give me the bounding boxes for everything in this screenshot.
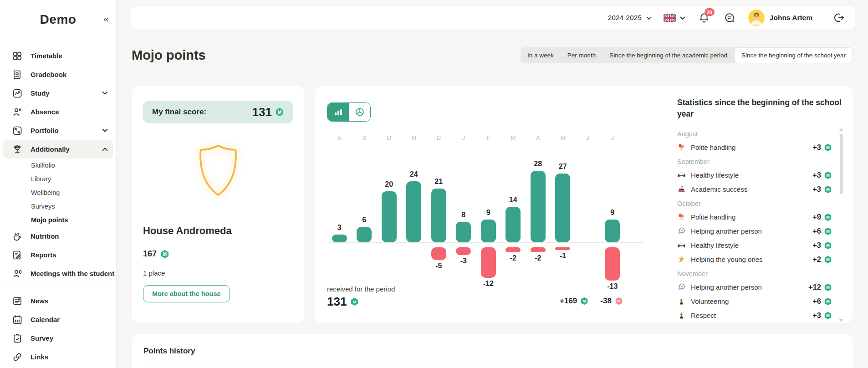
month-label: M [501,134,526,141]
sidebar-item-survey[interactable]: Survey [0,329,116,348]
statistics-item-value: +3M [812,241,832,250]
sidebar-item-news[interactable]: News [0,291,116,310]
chart-card: ASONDJFMAMJJ 36202421-58-39-1214-228-227… [315,86,853,323]
mojo-coin-icon: M [160,250,169,259]
statistics-title: Statistics since the beginning of the sc… [677,97,847,119]
statistics-row: Polite handling+3M [677,140,832,154]
cup-icon [12,231,23,242]
sidebar-item-gradebook[interactable]: Gradebook [0,65,116,84]
balloons-icon [677,213,686,221]
svg-text:1: 1 [16,145,18,148]
bar-chart-toggle[interactable] [327,103,349,121]
month-label: J [600,134,625,141]
language-select[interactable] [664,14,685,22]
sidebar-item-links[interactable]: Links [0,348,116,366]
sidebar-item-meetings-with-the-student[interactable]: Meetings with the student [0,264,116,283]
bar-value: -2 [501,254,526,262]
trophy-icon: 1 [12,144,23,155]
statistics-value-text: +3 [812,311,821,320]
notifications-badge: 20 [705,8,715,16]
gained-total-value: +169 [560,296,577,306]
tab-since-the-beginning-of-the-school-year[interactable]: Since the beginning of the school year [734,47,853,63]
statistics-row: Healthy lifestyle+3M [677,168,832,182]
statistics-item-label: Healthy lifestyle [691,241,739,249]
sidebar-item-additionally[interactable]: 1Additionally [3,140,113,158]
svg-text:M: M [826,229,830,234]
sidebar-subitem-library[interactable]: Library [0,172,116,186]
statistics-row: Volunteering+6M [677,294,832,308]
tab-per-month[interactable]: Per month [561,47,602,63]
statistics-month-label: October [677,196,832,210]
mojo-coin-icon: M [824,213,832,221]
statistics-month-label: September [677,154,832,168]
sidebar-subitem-wellbeing[interactable]: Wellbeing [0,186,116,199]
logout-button[interactable] [832,11,846,25]
month-label: M [551,134,576,141]
month-label: N [402,134,427,141]
chevron-down-icon [646,14,652,22]
svg-text:M: M [163,251,167,256]
sidebar-item-portfolio[interactable]: Portfolio [0,121,116,140]
statistics-item-value: +2M [812,255,832,264]
user-menu[interactable]: Johns Artem [748,10,812,26]
statistics-value-text: +3 [812,143,821,152]
logo-row: Demo « [0,0,116,39]
page-title: Mojo points [132,48,206,63]
statistics-item-label: Polite handling [691,213,735,221]
bar-positive [357,227,372,242]
statistics-item-label: Respect [691,312,716,319]
sidebar-item-reports[interactable]: Reports [0,245,116,264]
mojo-coin-icon: M [615,297,623,305]
statistics-panel: Statistics since the beginning of the sc… [677,97,847,320]
bar-negative [431,247,446,260]
tab-in-a-week[interactable]: In a week [521,47,561,63]
sidebar-item-label: Timetable [31,52,62,60]
gained-total: +169 M [560,296,588,306]
sidebar-subitem-mojo-points[interactable]: Mojo points [0,213,116,227]
mojo-coin-icon: M [824,312,832,320]
sidebar-item-calendar[interactable]: Calendar [0,310,116,329]
sidebar-item-label: Additionally [31,145,70,153]
sidebar-item-nutrition[interactable]: Nutrition [0,227,116,245]
bar-positive [456,222,471,242]
scroll-up-icon[interactable] [839,128,843,131]
chevron-down-icon [680,14,685,22]
statistics-value-text: +2 [812,255,821,264]
star-icon [677,255,686,264]
bar-positive [431,189,446,242]
chevron-down-icon [102,128,108,133]
pie-chart-icon [355,107,365,117]
trend-chart-icon [12,88,23,99]
sidebar-subitem-surveys[interactable]: Surveys [0,199,116,213]
hand-star-icon [677,283,686,291]
house-points-value: 167 [143,249,157,259]
sidebar-item-study[interactable]: Study [0,84,116,102]
sidebar-item-label: Reports [31,251,56,259]
scrollbar-thumb[interactable] [840,134,843,194]
statistics-item-value: +12M [808,283,832,291]
sidebar-collapse-icon[interactable]: « [103,14,109,23]
statistics-list: AugustPolite handling+3MSeptemberHealthy… [677,127,832,320]
mojo-coin-icon: M [824,171,832,179]
svg-text:M: M [826,145,830,150]
final-score-pill: My final score: 131 M [143,101,293,123]
notifications-button[interactable]: 20 [697,11,711,25]
scroll-down-icon[interactable] [839,319,843,322]
bar-value: 6 [352,216,377,224]
tab-since-the-beginning-of-the-academic-period[interactable]: Since the beginning of the academic peri… [602,47,734,63]
sidebar-subitem-skillfolio[interactable]: Skillfolio [0,158,116,172]
final-score-label: My final score: [152,107,206,117]
calendar-icon [12,314,23,325]
svg-text:M: M [826,313,830,318]
bar-value: 9 [600,209,625,217]
pie-chart-toggle[interactable] [349,103,370,121]
statistics-item-label: Polite handling [691,143,735,151]
messages-button[interactable] [723,11,736,25]
sidebar-item-timetable[interactable]: Timetable [0,46,116,65]
more-about-house-button[interactable]: More about the house [143,285,230,302]
month-label: A [327,134,352,141]
sidebar-item-absence[interactable]: Absence [0,102,116,121]
school-year-select[interactable]: 2024-2025 [608,14,652,22]
lost-total-value: -38 [600,296,612,306]
bar-value: 28 [526,160,551,168]
